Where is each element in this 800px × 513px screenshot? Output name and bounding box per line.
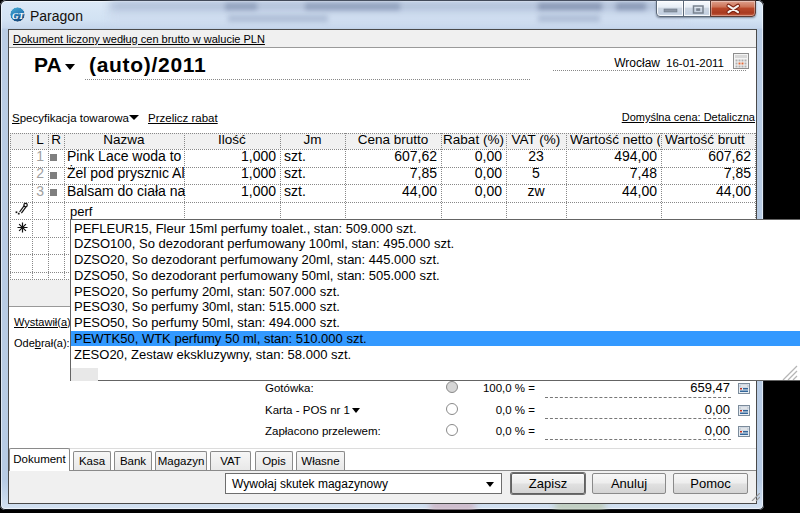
svg-text:GT: GT xyxy=(12,11,24,21)
